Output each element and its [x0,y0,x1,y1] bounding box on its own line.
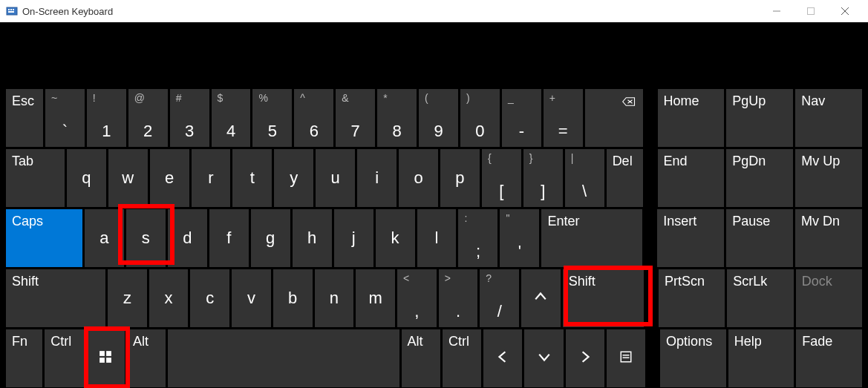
insert-key[interactable]: Insert [657,209,724,267]
alt-right-key[interactable]: Alt [402,329,440,387]
3-key[interactable]: #3 [170,89,209,147]
options-key[interactable]: Options [660,329,726,387]
n-key[interactable]: n [315,269,354,327]
u-key[interactable]: u [316,149,355,207]
4-key[interactable]: $4 [212,89,251,147]
equals-key[interactable]: += [544,89,583,147]
w-key[interactable]: w [108,149,148,207]
keyboard-area: Esc ~` !1 @2 #3 $4 %5 ^6 &7 *8 (9 )0 _- … [0,22,868,388]
open-bracket-key[interactable]: {[ [482,149,521,207]
shift-right-key[interactable]: Shift [563,269,644,327]
del-key[interactable]: Del [607,149,643,207]
mvdn-key[interactable]: Mv Dn [795,209,862,267]
fade-key[interactable]: Fade [796,329,862,387]
space-key[interactable] [168,329,399,387]
pgup-key[interactable]: PgUp [726,89,793,147]
b-key[interactable]: b [273,269,313,327]
slash-key[interactable]: ?/ [480,269,519,327]
alt-left-key[interactable]: Alt [127,329,166,387]
right-arrow-key[interactable] [566,329,604,387]
5-key[interactable]: %5 [252,89,292,147]
7-key[interactable]: &7 [336,89,375,147]
pause-key[interactable]: Pause [726,209,793,267]
dock-key[interactable]: Dock [796,269,862,327]
home-key[interactable]: Home [658,89,725,147]
close-bracket-key[interactable]: }] [523,149,563,207]
q-key[interactable]: q [67,149,106,207]
minus-key[interactable]: _- [502,89,541,147]
a-key[interactable]: a [85,209,124,267]
nav-key[interactable]: Nav [795,89,862,147]
quote-key[interactable]: "' [500,209,539,267]
pgdn-key[interactable]: PgDn [726,149,793,207]
svg-rect-13 [99,358,105,363]
c-key[interactable]: c [190,269,229,327]
left-arrow-icon [483,349,522,368]
left-arrow-key[interactable] [483,329,522,387]
close-button[interactable] [828,0,862,22]
e-key[interactable]: e [150,149,189,207]
1-key[interactable]: !1 [87,89,126,147]
help-key[interactable]: Help [728,329,794,387]
ctrl-right-key[interactable]: Ctrl [443,329,481,387]
svg-rect-11 [99,351,105,356]
l-key[interactable]: l [417,209,457,267]
minimize-button[interactable] [760,0,794,22]
ctrl-left-key[interactable]: Ctrl [45,329,83,387]
up-arrow-key[interactable] [521,269,561,327]
comma-key[interactable]: <, [397,269,437,327]
down-arrow-key[interactable] [524,329,563,387]
menu-icon [607,349,645,368]
svg-rect-1 [8,9,10,10]
backspace-key[interactable] [585,89,643,147]
maximize-button[interactable] [794,0,828,22]
k-key[interactable]: k [376,209,415,267]
enter-key[interactable]: Enter [541,209,642,267]
i-key[interactable]: i [357,149,397,207]
scrlk-key[interactable]: ScrLk [727,269,793,327]
y-key[interactable]: y [274,149,313,207]
mvup-key[interactable]: Mv Up [795,149,862,207]
m-key[interactable]: m [356,269,395,327]
esc-key[interactable]: Esc [6,89,43,147]
z-key[interactable]: z [108,269,147,327]
windows-icon [86,349,125,368]
p-key[interactable]: p [440,149,480,207]
g-key[interactable]: g [251,209,290,267]
row-2: Tab q w e r t y u i o p {[ }] |\ Del End… [6,149,862,207]
windows-key[interactable] [86,329,125,387]
8-key[interactable]: *8 [377,89,417,147]
end-key[interactable]: End [658,149,725,207]
x-key[interactable]: x [149,269,189,327]
0-key[interactable]: )0 [460,89,500,147]
9-key[interactable]: (9 [419,89,458,147]
prtscn-key[interactable]: PrtScn [659,269,725,327]
row-1: Esc ~` !1 @2 #3 $4 %5 ^6 &7 *8 (9 )0 _- … [6,89,862,147]
svg-rect-3 [13,9,14,10]
svg-rect-14 [106,358,111,363]
h-key[interactable]: h [293,209,332,267]
svg-rect-12 [106,351,111,356]
r-key[interactable]: r [192,149,231,207]
2-key[interactable]: @2 [128,89,168,147]
tab-key[interactable]: Tab [6,149,65,207]
caps-key[interactable]: Caps [6,209,82,267]
backtick-key[interactable]: ~` [45,89,85,147]
period-key[interactable]: >. [439,269,478,327]
svg-rect-15 [621,352,631,362]
fn-key[interactable]: Fn [6,329,42,387]
t-key[interactable]: t [232,149,272,207]
menu-key[interactable] [607,329,645,387]
6-key[interactable]: ^6 [294,89,333,147]
shift-left-key[interactable]: Shift [6,269,105,327]
svg-rect-2 [10,9,12,10]
right-arrow-icon [566,349,604,368]
f-key[interactable]: f [209,209,249,267]
d-key[interactable]: d [168,209,207,267]
semicolon-key[interactable]: :; [458,209,497,267]
s-key[interactable]: s [126,209,166,267]
backslash-key[interactable]: |\ [565,149,604,207]
v-key[interactable]: v [232,269,271,327]
o-key[interactable]: o [399,149,438,207]
j-key[interactable]: j [334,209,373,267]
